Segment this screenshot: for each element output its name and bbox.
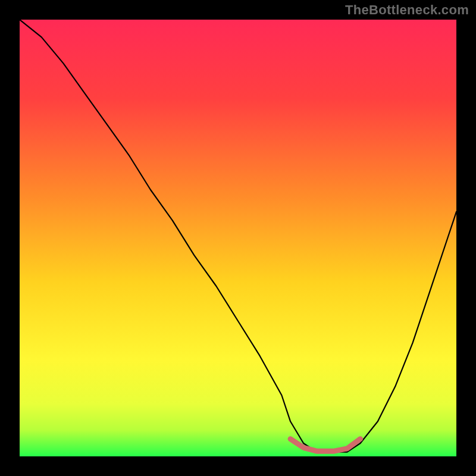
watermark-text: TheBottleneck.com: [345, 2, 469, 18]
gradient-background: [20, 20, 456, 456]
chart-svg: [0, 0, 476, 476]
chart-stage: TheBottleneck.com: [0, 0, 476, 476]
